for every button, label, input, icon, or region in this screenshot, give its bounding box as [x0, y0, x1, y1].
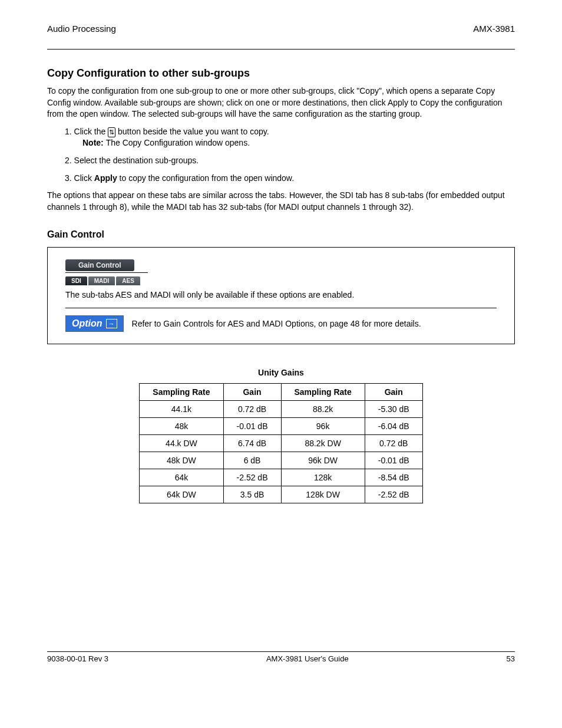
table-cell: -5.30 dB: [365, 401, 422, 418]
th-rate-1: Sampling Rate: [140, 384, 223, 401]
table-row: 64k DW3.5 dB128k DW-2.52 dB: [140, 486, 422, 503]
tab-underline: [65, 272, 148, 273]
th-gain-2: Gain: [365, 384, 422, 401]
subtab-sdi[interactable]: SDI: [65, 276, 87, 285]
table-row: 44.1k0.72 dB88.2k-5.30 dB: [140, 401, 422, 418]
footer-center: AMX-3981 User's Guide: [266, 654, 349, 663]
tab-gain-control[interactable]: Gain Control: [65, 259, 134, 271]
table-cell: 96k DW: [281, 452, 365, 469]
table-cell: 6 dB: [223, 452, 281, 469]
unity-gains-table: Unity Gains Sampling Rate Gain Sampling …: [139, 368, 422, 503]
table-cell: 88.2k DW: [281, 435, 365, 452]
subtab-aes[interactable]: AES: [116, 276, 140, 285]
header-left: Audio Processing: [47, 24, 116, 34]
footer-divider: [47, 651, 515, 652]
footer-right: 53: [507, 654, 515, 663]
option-box: Gain Control SDI MADI AES The sub-tabs A…: [47, 247, 515, 344]
table-cell: 96k: [281, 418, 365, 435]
step-2: 2. Select the destination sub-groups.: [47, 155, 515, 167]
table-row: 48k DW6 dB96k DW-0.01 dB: [140, 452, 422, 469]
table-cell: 48k DW: [140, 452, 223, 469]
table-cell: -2.52 dB: [223, 469, 281, 486]
table-cell: 128k DW: [281, 486, 365, 503]
table-cell: 0.72 dB: [365, 435, 422, 452]
table-cell: -2.52 dB: [365, 486, 422, 503]
table-cell: 3.5 dB: [223, 486, 281, 503]
option-badge-text: Option: [72, 318, 103, 329]
header-divider: [47, 49, 515, 50]
table-row: 48k-0.01 dB96k-6.04 dB: [140, 418, 422, 435]
table-header-row: Sampling Rate Gain Sampling Rate Gain: [140, 384, 422, 401]
table-cell: 88.2k: [281, 401, 365, 418]
spinner-icon: ⇅: [108, 127, 115, 137]
step-3-prefix: 3. Click: [65, 173, 94, 183]
step-3: 3. Click Apply to copy the configuration…: [47, 173, 515, 185]
step-1-note-label: Note:: [82, 138, 106, 147]
table-cell: 64k DW: [140, 486, 223, 503]
table-cell: 64k: [140, 469, 223, 486]
footer-left: 9038-00-01 Rev 3: [47, 654, 108, 663]
subsection-title: Gain Control: [47, 229, 515, 240]
option-badge: Option →: [65, 315, 124, 332]
step-3-suffix: to copy the configuration from the open …: [120, 173, 295, 183]
th-rate-2: Sampling Rate: [281, 384, 365, 401]
table-row: 44.k DW6.74 dB88.2k DW0.72 dB: [140, 435, 422, 452]
tabs-description: The options that appear on these tabs ar…: [47, 190, 515, 213]
option-line2: Refer to Gain Controls for AES and MADI …: [132, 319, 421, 328]
footer: 9038-00-01 Rev 3 AMX-3981 User's Guide 5…: [47, 651, 515, 663]
step-1: 1. Click the ⇅ button beside the value y…: [47, 126, 515, 149]
tab-container: Gain Control SDI MADI AES: [65, 259, 497, 285]
section-title: Copy Configuration to other sub-groups: [47, 67, 515, 80]
table-cell: -8.54 dB: [365, 469, 422, 486]
table-cell: -6.04 dB: [365, 418, 422, 435]
table-row: 64k-2.52 dB128k-8.54 dB: [140, 469, 422, 486]
option-line1: The sub-tabs AES and MADI will only be a…: [65, 290, 497, 299]
table-cell: 6.74 dB: [223, 435, 281, 452]
table-cell: -0.01 dB: [365, 452, 422, 469]
table-cell: 48k: [140, 418, 223, 435]
table-cell: 44.1k: [140, 401, 223, 418]
arrow-right-icon: →: [106, 319, 117, 328]
header-right: AMX-3981: [473, 24, 515, 34]
step-1-suffix: button beside the value you want to copy…: [118, 127, 269, 136]
table-caption: Unity Gains: [139, 368, 422, 383]
subtab-madi[interactable]: MADI: [88, 276, 115, 285]
apply-label: Apply: [94, 173, 117, 183]
table-cell: 44.k DW: [140, 435, 223, 452]
intro-paragraph: To copy the configuration from one sub-g…: [47, 85, 515, 120]
table-cell: 0.72 dB: [223, 401, 281, 418]
table-cell: 128k: [281, 469, 365, 486]
step-1-note: The Copy Configuration window opens.: [106, 138, 250, 147]
option-divider: [65, 308, 497, 308]
subtabs: SDI MADI AES: [65, 276, 497, 285]
step-1-prefix: 1. Click the: [65, 127, 108, 136]
th-gain-1: Gain: [223, 384, 281, 401]
table-cell: -0.01 dB: [223, 418, 281, 435]
